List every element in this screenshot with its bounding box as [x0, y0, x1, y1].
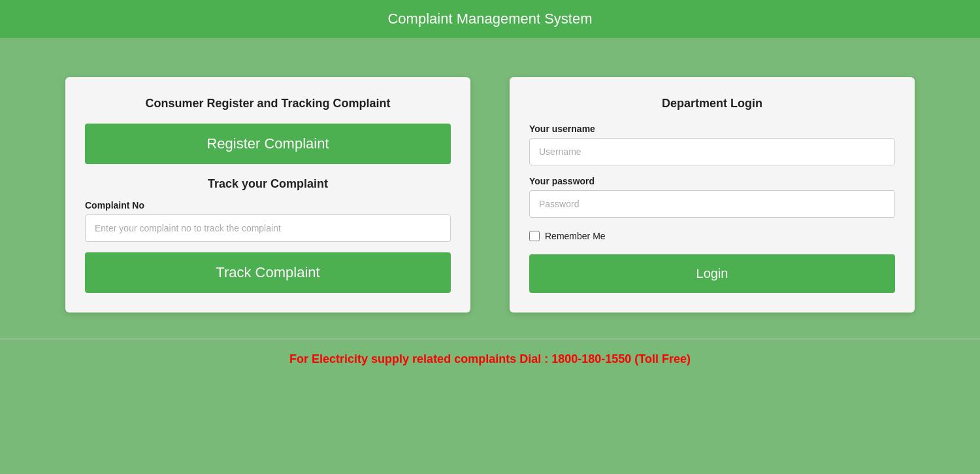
login-button[interactable]: Login: [529, 254, 895, 293]
page-header: Complaint Management System: [0, 0, 980, 38]
track-complaint-button[interactable]: Track Complaint: [85, 252, 451, 293]
department-login-title: Department Login: [529, 97, 895, 110]
consumer-card: Consumer Register and Tracking Complaint…: [65, 77, 470, 313]
remember-me-checkbox[interactable]: [529, 231, 540, 241]
track-complaint-section-title: Track your Complaint: [85, 177, 451, 191]
header-title: Complaint Management System: [387, 10, 592, 27]
remember-me-label: Remember Me: [545, 231, 606, 241]
register-complaint-button[interactable]: Register Complaint: [85, 124, 451, 164]
consumer-card-title: Consumer Register and Tracking Complaint: [85, 97, 451, 110]
username-label: Your username: [529, 124, 895, 134]
complaint-no-label: Complaint No: [85, 200, 451, 211]
password-label: Your password: [529, 176, 895, 186]
complaint-no-input[interactable]: [85, 214, 451, 242]
username-input[interactable]: [529, 138, 895, 165]
main-content: Consumer Register and Tracking Complaint…: [0, 38, 980, 332]
remember-me-row: Remember Me: [529, 231, 895, 241]
password-input[interactable]: [529, 190, 895, 218]
footer-text: For Electricity supply related complaint…: [0, 352, 980, 366]
department-login-card: Department Login Your username Your pass…: [510, 77, 915, 313]
footer-section: For Electricity supply related complaint…: [0, 339, 980, 366]
